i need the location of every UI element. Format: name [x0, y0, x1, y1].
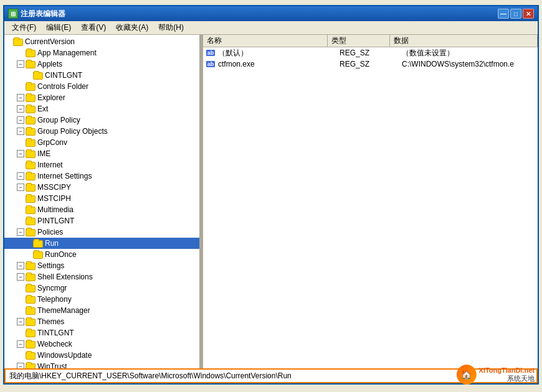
reg-type: REG_SZ [337, 49, 399, 57]
watermark-text: XiTongTianDi.net 系统天地 [479, 366, 535, 383]
tree-item[interactable]: Run [4, 238, 199, 249]
tree-item[interactable]: GrpConv [4, 137, 199, 148]
tree-scroll[interactable]: CurrentVersionApp Management−AppletsCINT… [4, 35, 199, 368]
status-path: 我的电脑\HKEY_CURRENT_USER\Software\Microsof… [9, 371, 292, 381]
tree-item[interactable]: App Management [4, 47, 199, 58]
tree-item[interactable]: Internet [4, 159, 199, 170]
tree-item-label: Group Policy [37, 116, 80, 124]
tree-item[interactable]: Controls Folder [4, 81, 199, 92]
tree-item[interactable]: CurrentVersion [4, 36, 199, 47]
col-header-data: 数据 [390, 35, 538, 47]
tree-item-label: Webcheck [37, 340, 72, 348]
tree-item-label: MSTCIPH [37, 194, 71, 203]
menu-favorites[interactable]: 收藏夹(A) [111, 21, 153, 34]
folder-icon [26, 184, 36, 192]
tree-item[interactable]: −Group Policy Objects [4, 126, 199, 137]
tree-item[interactable]: −WinTrust [4, 361, 199, 368]
tree-item-label: Explorer [37, 93, 65, 102]
tree-item[interactable]: −Settings [4, 260, 199, 271]
tree-item-label: Themes [37, 317, 64, 326]
minimize-button[interactable]: — [498, 9, 509, 19]
tree-pane: CurrentVersionApp Management−AppletsCINT… [4, 35, 201, 368]
folder-icon [26, 263, 36, 270]
tree-item-label: Applets [37, 60, 62, 68]
tree-item[interactable]: −Policies [4, 226, 199, 238]
folder-icon [26, 117, 36, 124]
tree-item-label: Telephony [37, 295, 72, 304]
folder-icon [26, 218, 36, 225]
tree-item[interactable]: MSTCIPH [4, 193, 199, 204]
tree-item-label: Multimedia [37, 205, 74, 214]
app-icon: ⊞ [8, 9, 18, 19]
right-pane: 名称 类型 数据 ab（默认）REG_SZ（数值未设置）abctfmon.exe… [203, 35, 538, 368]
column-headers: 名称 类型 数据 [203, 35, 538, 47]
watermark-icon: 🏠 [457, 365, 477, 385]
menu-bar: 文件(F) 编辑(E) 查看(V) 收藏夹(A) 帮助(H) [4, 21, 538, 35]
tree-item[interactable]: PINTLGNT [4, 215, 199, 226]
menu-edit[interactable]: 编辑(E) [41, 21, 76, 34]
tree-item[interactable]: −IME [4, 148, 199, 159]
reg-name: ctfmon.exe [216, 60, 337, 68]
tree-item[interactable]: Syncmgr [4, 282, 199, 294]
folder-icon [26, 61, 36, 68]
tree-item-label: GrpConv [37, 138, 67, 147]
tree-item-label: Internet [37, 161, 63, 169]
tree-item[interactable]: −Shell Extensions [4, 271, 199, 282]
close-button[interactable]: ✕ [523, 9, 534, 19]
tree-item-label: MSSCIPY [37, 183, 71, 192]
tree-item[interactable]: −Webcheck [4, 338, 199, 350]
folder-icon [26, 307, 36, 315]
tree-item[interactable]: −Ext [4, 103, 199, 114]
tree-item[interactable]: CINTLGNT [4, 70, 199, 81]
menu-file[interactable]: 文件(F) [7, 21, 41, 34]
folder-icon [26, 128, 36, 136]
reg-name: （默认） [216, 48, 337, 58]
tree-item[interactable]: RunOnce [4, 249, 199, 260]
tree-item[interactable]: Telephony [4, 294, 199, 305]
tree-item-label: Shell Extensions [37, 273, 93, 281]
reg-data: （数值未设置） [399, 48, 538, 58]
reg-type: REG_SZ [337, 60, 399, 68]
folder-icon [26, 50, 36, 57]
watermark: 🏠 XiTongTianDi.net 系统天地 [457, 365, 535, 385]
title-bar: ⊞ 注册表编辑器 — □ ✕ [4, 6, 538, 21]
folder-icon [26, 195, 36, 203]
tree-item[interactable]: Multimedia [4, 204, 199, 215]
tree-item-label: WindowsUpdate [37, 351, 92, 360]
folder-icon [26, 162, 36, 169]
tree-item-label: Ext [37, 105, 48, 113]
main-window: ⊞ 注册表编辑器 — □ ✕ 文件(F) 编辑(E) 查看(V) 收藏夹(A) … [3, 5, 539, 385]
tree-item[interactable]: −Themes [4, 316, 199, 327]
tree-item[interactable]: −Explorer [4, 92, 199, 103]
tree-item-label: CurrentVersion [25, 37, 75, 46]
tree-item[interactable]: −Internet Settings [4, 170, 199, 182]
tree-item[interactable]: −MSSCIPY [4, 182, 199, 193]
folder-icon [26, 151, 36, 158]
tree-item-label: Syncmgr [37, 284, 67, 292]
folder-icon [26, 319, 36, 326]
tree-item-label: TINTLGNT [37, 329, 74, 337]
folder-icon [33, 251, 43, 259]
folder-icon [26, 296, 36, 304]
window-title: 注册表编辑器 [21, 9, 498, 19]
folder-icon [26, 173, 36, 180]
tree-item-label: App Management [37, 49, 97, 57]
tree-item-label: Settings [37, 261, 64, 270]
menu-view[interactable]: 查看(V) [76, 21, 111, 34]
tree-item-label: IME [37, 149, 50, 158]
tree-item[interactable]: −Applets [4, 58, 199, 70]
reg-data: C:\WINDOWS\system32\ctfmon.e [399, 60, 538, 68]
tree-item[interactable]: ThemeManager [4, 305, 199, 316]
registry-entries: ab（默认）REG_SZ（数值未设置）abctfmon.exeREG_SZC:\… [203, 47, 538, 368]
registry-row[interactable]: ab（默认）REG_SZ（数值未设置） [203, 47, 538, 58]
tree-item-label: WinTrust [37, 362, 67, 368]
tree-item[interactable]: TINTLGNT [4, 327, 199, 338]
tree-item-label: Run [45, 239, 59, 248]
menu-help[interactable]: 帮助(H) [153, 21, 189, 34]
tree-item-label: Policies [37, 228, 63, 236]
tree-item[interactable]: WindowsUpdate [4, 350, 199, 361]
tree-item[interactable]: −Group Policy [4, 114, 199, 126]
registry-row[interactable]: abctfmon.exeREG_SZC:\WINDOWS\system32\ct… [203, 58, 538, 70]
folder-icon [26, 352, 36, 360]
maximize-button[interactable]: □ [510, 9, 521, 19]
